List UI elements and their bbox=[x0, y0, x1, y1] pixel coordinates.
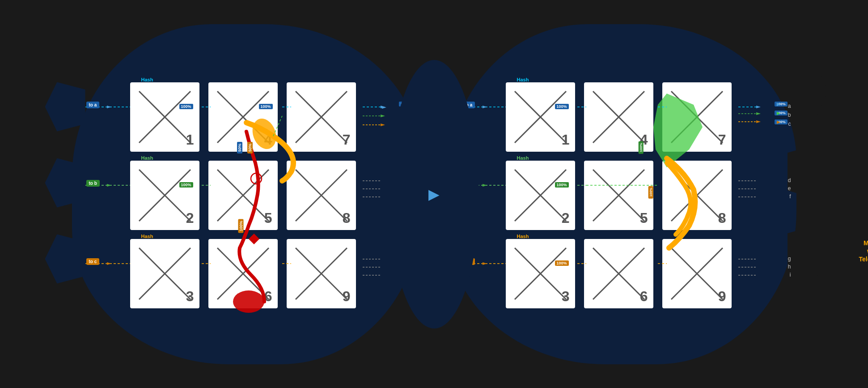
right-box-2-number: 2 bbox=[562, 210, 570, 226]
right-out-hex-top bbox=[788, 64, 828, 118]
left-hash-label-2: Hash bbox=[141, 155, 153, 161]
right-output-a: a bbox=[788, 103, 791, 109]
divider-arrow: ▶ bbox=[421, 186, 448, 203]
right-arrow-b: ▶ bbox=[777, 111, 780, 115]
left-box-7-number: 7 bbox=[343, 132, 351, 148]
right-box-2: 2 bbox=[506, 161, 575, 230]
right-hash-label-3: Hash bbox=[517, 234, 529, 239]
right-box-7: 7 bbox=[662, 82, 732, 152]
moved-with-telemetry-label: Moved with Telemetry bbox=[859, 239, 868, 264]
left-hash-label-1: Hash bbox=[141, 77, 153, 82]
right-box-8: 8 bbox=[662, 161, 732, 230]
right-output-e: e bbox=[788, 185, 791, 192]
left-pct-100-r1-1: 100% bbox=[179, 104, 193, 109]
right-box-5-number: 5 bbox=[640, 210, 648, 226]
right-pct-green-mid: 100% bbox=[638, 141, 643, 153]
right-box-5: 5 bbox=[584, 161, 653, 230]
right-box-3-number: 3 bbox=[562, 288, 570, 305]
right-arrow-c: ▶ bbox=[777, 119, 780, 124]
right-output-h: h bbox=[788, 264, 791, 270]
left-box-6-number: 6 bbox=[264, 288, 272, 305]
right-output-f: f bbox=[789, 193, 791, 200]
left-hash-label-3: Hash bbox=[141, 234, 153, 239]
right-hash-label-2: Hash bbox=[517, 155, 529, 161]
left-box-4: 4 bbox=[208, 82, 278, 152]
left-box-3-number: 3 bbox=[186, 288, 194, 305]
left-hex-mid bbox=[45, 158, 85, 208]
right-hash-label-1: Hash bbox=[517, 77, 529, 82]
left-box-3: 3 bbox=[130, 239, 199, 308]
right-box-9: 9 bbox=[662, 239, 732, 308]
left-pct-100-r1-2: 100% bbox=[259, 104, 273, 109]
left-pct-100-r2: 100% bbox=[179, 182, 193, 188]
right-output-g: g bbox=[788, 256, 791, 262]
right-box-1-number: 1 bbox=[562, 132, 570, 148]
left-pct-100-r3: 100% bbox=[238, 219, 243, 233]
right-pct-100-r2: 100% bbox=[555, 182, 569, 188]
right-output-c: c bbox=[788, 121, 791, 127]
right-output-d: d bbox=[788, 177, 791, 183]
right-pct-orange-mid: 100% bbox=[648, 186, 653, 198]
right-output-i: i bbox=[790, 272, 791, 278]
right-out-hex-bot bbox=[788, 226, 828, 279]
right-out-hex-mid bbox=[788, 145, 828, 199]
left-box-9: 9 bbox=[287, 239, 356, 308]
left-panel: to a to b to c 1 4 7 2 5 bbox=[72, 20, 421, 369]
left-hex-top bbox=[45, 82, 85, 132]
right-box-9-number: 9 bbox=[718, 288, 726, 305]
right-output-b: b bbox=[788, 112, 791, 118]
main-container: to a to b to c 1 4 7 2 5 bbox=[0, 0, 868, 388]
right-pct-100-r1-1: 100% bbox=[555, 104, 569, 109]
left-box-6: 6 bbox=[208, 239, 278, 308]
divider-arrow-icon: ▶ bbox=[428, 186, 440, 203]
left-box-1-number: 1 bbox=[186, 132, 194, 148]
left-box-1: 1 bbox=[130, 82, 199, 152]
right-box-6: 6 bbox=[584, 239, 653, 308]
left-pct-50-1: 50% bbox=[237, 141, 242, 153]
right-panel: to a to b to c 1 4 7 2 5 8 bbox=[448, 20, 796, 369]
left-hex-bot bbox=[45, 235, 85, 284]
left-box-8: 8 bbox=[287, 161, 356, 230]
right-arrow-a: ▶ bbox=[777, 102, 780, 107]
right-box-1: 1 bbox=[506, 82, 575, 152]
left-box-9-number: 9 bbox=[343, 288, 351, 305]
left-box-5-number: 5 bbox=[264, 210, 272, 226]
left-box-4-number: 4 bbox=[264, 132, 272, 148]
left-pct-50-2: 50% bbox=[247, 141, 253, 153]
left-to-a-label: to a bbox=[86, 102, 100, 108]
left-to-b-label: to b bbox=[86, 180, 100, 187]
left-box-2: 2 bbox=[130, 161, 199, 230]
left-box-8-number: 8 bbox=[343, 210, 351, 226]
left-box-2-number: 2 bbox=[186, 210, 194, 226]
right-box-8-number: 8 bbox=[718, 210, 726, 226]
right-box-6-number: 6 bbox=[640, 288, 648, 305]
left-box-7: 7 bbox=[287, 82, 356, 152]
right-pct-100-r3: 100% bbox=[555, 260, 569, 266]
right-box-3: 3 bbox=[506, 239, 575, 308]
left-to-c-label: to c bbox=[86, 258, 100, 265]
right-box-7-number: 7 bbox=[718, 132, 726, 148]
